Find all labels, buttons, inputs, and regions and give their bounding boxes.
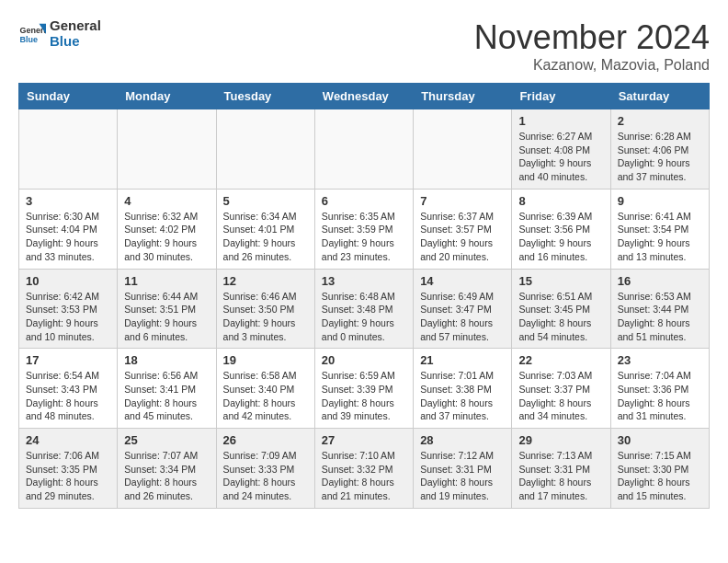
day-info: Sunrise: 6:46 AM Sunset: 3:50 PM Dayligh… [223, 290, 308, 344]
day-info: Sunrise: 6:49 AM Sunset: 3:47 PM Dayligh… [420, 290, 505, 344]
day-number: 9 [618, 194, 702, 208]
calendar-cell: 15Sunrise: 6:51 AM Sunset: 3:45 PM Dayli… [512, 269, 610, 349]
day-info: Sunrise: 7:06 AM Sunset: 3:35 PM Dayligh… [26, 449, 110, 503]
calendar-week-row: 24Sunrise: 7:06 AM Sunset: 3:35 PM Dayli… [19, 429, 710, 509]
calendar-cell: 24Sunrise: 7:06 AM Sunset: 3:35 PM Dayli… [19, 429, 118, 509]
day-number: 13 [322, 274, 406, 288]
calendar-cell: 13Sunrise: 6:48 AM Sunset: 3:48 PM Dayli… [314, 269, 413, 349]
month-title: November 2024 [474, 18, 710, 57]
day-number: 15 [518, 274, 603, 288]
calendar-table: SundayMondayTuesdayWednesdayThursdayFrid… [18, 83, 710, 509]
svg-text:Blue: Blue [20, 35, 39, 44]
logo-general: General [50, 18, 101, 34]
day-info: Sunrise: 7:03 AM Sunset: 3:37 PM Dayligh… [518, 369, 603, 423]
weekday-header: Sunday [19, 84, 118, 109]
day-info: Sunrise: 7:12 AM Sunset: 3:31 PM Dayligh… [420, 449, 505, 503]
day-info: Sunrise: 7:01 AM Sunset: 3:38 PM Dayligh… [420, 369, 505, 423]
calendar-cell [118, 109, 216, 190]
day-number: 2 [618, 114, 702, 128]
calendar-cell: 2Sunrise: 6:28 AM Sunset: 4:06 PM Daylig… [610, 109, 709, 190]
day-info: Sunrise: 6:37 AM Sunset: 3:57 PM Dayligh… [420, 210, 505, 264]
calendar-cell: 22Sunrise: 7:03 AM Sunset: 3:37 PM Dayli… [512, 349, 610, 429]
day-info: Sunrise: 6:42 AM Sunset: 3:53 PM Dayligh… [26, 290, 110, 344]
day-number: 28 [420, 433, 505, 447]
calendar-cell: 11Sunrise: 6:44 AM Sunset: 3:51 PM Dayli… [118, 269, 216, 349]
calendar-cell: 18Sunrise: 6:56 AM Sunset: 3:41 PM Dayli… [118, 349, 216, 429]
calendar-cell: 6Sunrise: 6:35 AM Sunset: 3:59 PM Daylig… [314, 189, 413, 269]
day-info: Sunrise: 6:51 AM Sunset: 3:45 PM Dayligh… [518, 290, 603, 344]
calendar-cell: 7Sunrise: 6:37 AM Sunset: 3:57 PM Daylig… [414, 189, 512, 269]
day-number: 23 [618, 353, 702, 367]
calendar-cell: 17Sunrise: 6:54 AM Sunset: 3:43 PM Dayli… [19, 349, 118, 429]
day-number: 26 [223, 433, 308, 447]
day-info: Sunrise: 7:09 AM Sunset: 3:33 PM Dayligh… [223, 449, 308, 503]
calendar-cell: 14Sunrise: 6:49 AM Sunset: 3:47 PM Dayli… [414, 269, 512, 349]
weekday-header: Friday [512, 84, 610, 109]
calendar-cell: 9Sunrise: 6:41 AM Sunset: 3:54 PM Daylig… [610, 189, 709, 269]
day-info: Sunrise: 6:58 AM Sunset: 3:40 PM Dayligh… [223, 369, 308, 423]
page-header: General Blue General Blue November 2024 … [18, 18, 710, 74]
calendar-cell [414, 109, 512, 190]
calendar-cell: 27Sunrise: 7:10 AM Sunset: 3:32 PM Dayli… [314, 429, 413, 509]
calendar-cell: 4Sunrise: 6:32 AM Sunset: 4:02 PM Daylig… [118, 189, 216, 269]
calendar-cell: 5Sunrise: 6:34 AM Sunset: 4:01 PM Daylig… [216, 189, 314, 269]
calendar-cell [314, 109, 413, 190]
day-number: 1 [518, 114, 603, 128]
day-number: 27 [322, 433, 406, 447]
location-subtitle: Kazanow, Mazovia, Poland [474, 57, 710, 74]
calendar-week-row: 17Sunrise: 6:54 AM Sunset: 3:43 PM Dayli… [19, 349, 710, 429]
day-info: Sunrise: 6:35 AM Sunset: 3:59 PM Dayligh… [322, 210, 406, 264]
logo-blue: Blue [50, 34, 101, 50]
day-info: Sunrise: 6:32 AM Sunset: 4:02 PM Dayligh… [124, 210, 209, 264]
day-info: Sunrise: 7:07 AM Sunset: 3:34 PM Dayligh… [124, 449, 209, 503]
calendar-cell: 21Sunrise: 7:01 AM Sunset: 3:38 PM Dayli… [414, 349, 512, 429]
day-info: Sunrise: 6:48 AM Sunset: 3:48 PM Dayligh… [322, 290, 406, 344]
day-number: 6 [322, 194, 406, 208]
calendar-cell [216, 109, 314, 190]
day-number: 4 [124, 194, 209, 208]
weekday-header: Wednesday [314, 84, 413, 109]
day-info: Sunrise: 7:13 AM Sunset: 3:31 PM Dayligh… [518, 449, 603, 503]
calendar-cell: 20Sunrise: 6:59 AM Sunset: 3:39 PM Dayli… [314, 349, 413, 429]
calendar-cell: 10Sunrise: 6:42 AM Sunset: 3:53 PM Dayli… [19, 269, 118, 349]
day-number: 24 [26, 433, 110, 447]
calendar-cell: 30Sunrise: 7:15 AM Sunset: 3:30 PM Dayli… [610, 429, 709, 509]
day-number: 3 [26, 194, 110, 208]
day-info: Sunrise: 6:53 AM Sunset: 3:44 PM Dayligh… [618, 290, 702, 344]
day-info: Sunrise: 7:15 AM Sunset: 3:30 PM Dayligh… [618, 449, 702, 503]
day-number: 19 [223, 353, 308, 367]
day-number: 12 [223, 274, 308, 288]
day-info: Sunrise: 6:27 AM Sunset: 4:08 PM Dayligh… [518, 130, 603, 184]
calendar-cell: 25Sunrise: 7:07 AM Sunset: 3:34 PM Dayli… [118, 429, 216, 509]
day-number: 7 [420, 194, 505, 208]
weekday-header: Tuesday [216, 84, 314, 109]
calendar-week-row: 1Sunrise: 6:27 AM Sunset: 4:08 PM Daylig… [19, 109, 710, 190]
day-number: 18 [124, 353, 209, 367]
calendar-cell: 3Sunrise: 6:30 AM Sunset: 4:04 PM Daylig… [19, 189, 118, 269]
calendar-cell: 12Sunrise: 6:46 AM Sunset: 3:50 PM Dayli… [216, 269, 314, 349]
calendar-cell: 28Sunrise: 7:12 AM Sunset: 3:31 PM Dayli… [414, 429, 512, 509]
day-info: Sunrise: 6:44 AM Sunset: 3:51 PM Dayligh… [124, 290, 209, 344]
calendar-cell: 26Sunrise: 7:09 AM Sunset: 3:33 PM Dayli… [216, 429, 314, 509]
day-info: Sunrise: 6:59 AM Sunset: 3:39 PM Dayligh… [322, 369, 406, 423]
day-number: 16 [618, 274, 702, 288]
day-number: 25 [124, 433, 209, 447]
day-number: 5 [223, 194, 308, 208]
calendar-cell [19, 109, 118, 190]
day-info: Sunrise: 6:54 AM Sunset: 3:43 PM Dayligh… [26, 369, 110, 423]
calendar-cell: 1Sunrise: 6:27 AM Sunset: 4:08 PM Daylig… [512, 109, 610, 190]
calendar-cell: 16Sunrise: 6:53 AM Sunset: 3:44 PM Dayli… [610, 269, 709, 349]
weekday-header-row: SundayMondayTuesdayWednesdayThursdayFrid… [19, 84, 710, 109]
day-info: Sunrise: 6:56 AM Sunset: 3:41 PM Dayligh… [124, 369, 209, 423]
logo: General Blue General Blue [18, 18, 101, 49]
day-info: Sunrise: 7:10 AM Sunset: 3:32 PM Dayligh… [322, 449, 406, 503]
calendar-cell: 19Sunrise: 6:58 AM Sunset: 3:40 PM Dayli… [216, 349, 314, 429]
day-number: 22 [518, 353, 603, 367]
weekday-header: Saturday [610, 84, 709, 109]
calendar-week-row: 3Sunrise: 6:30 AM Sunset: 4:04 PM Daylig… [19, 189, 710, 269]
day-info: Sunrise: 6:39 AM Sunset: 3:56 PM Dayligh… [518, 210, 603, 264]
day-info: Sunrise: 7:04 AM Sunset: 3:36 PM Dayligh… [618, 369, 702, 423]
day-number: 14 [420, 274, 505, 288]
day-info: Sunrise: 6:30 AM Sunset: 4:04 PM Dayligh… [26, 210, 110, 264]
calendar-cell: 29Sunrise: 7:13 AM Sunset: 3:31 PM Dayli… [512, 429, 610, 509]
